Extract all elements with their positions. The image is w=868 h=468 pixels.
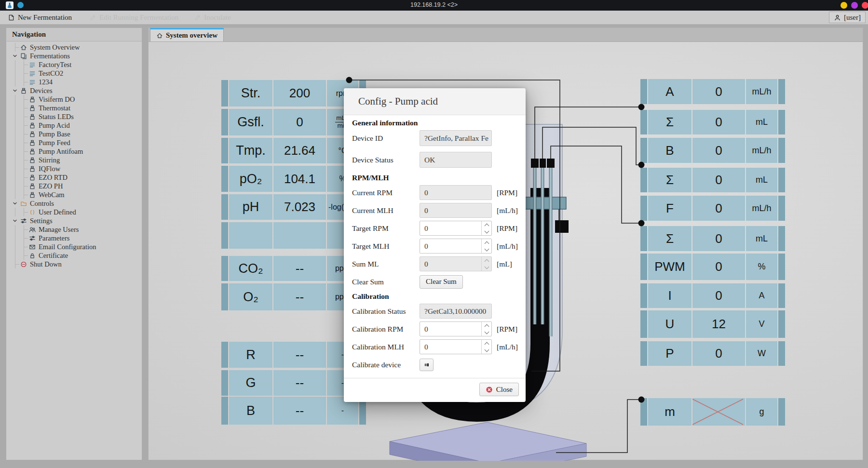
table-row-[interactable]: Σ0mL — [640, 110, 785, 134]
row-label: P — [648, 341, 692, 366]
spinner-control[interactable] — [481, 322, 491, 336]
nav-item-pump-feed[interactable]: Pump Feed — [6, 138, 142, 147]
nav-item-iqflow[interactable]: IQFlow — [6, 164, 142, 173]
nav-item-user-defined[interactable]: User Defined — [6, 208, 142, 216]
target-mlh-input[interactable] — [420, 239, 481, 253]
spinner-down-icon[interactable] — [484, 264, 489, 269]
chevron-down-icon[interactable] — [12, 53, 18, 59]
nav-item-certificate[interactable]: Certificate — [6, 251, 142, 260]
nav-item-ezo-ph[interactable]: EZO PH — [6, 182, 142, 190]
house-icon — [156, 32, 163, 39]
menu-label: Edit Running Fermentation — [99, 13, 178, 22]
nav-item-factorytest[interactable]: FactoryTest — [6, 60, 142, 69]
nav-item-controls[interactable]: Controls — [6, 199, 142, 208]
pages-icon — [20, 53, 27, 60]
table-row-p[interactable]: P0W — [640, 341, 785, 366]
nav-item-parameters[interactable]: Parameters — [6, 234, 142, 242]
menu-inoculate[interactable]: Inoculate — [189, 11, 236, 24]
chevron-down-icon[interactable] — [12, 218, 18, 224]
nav-item-label: EZO PH — [39, 182, 63, 190]
row-unit: mL/h — [746, 79, 777, 104]
spinner-control[interactable] — [481, 239, 491, 253]
nav-item-pump-antifoam[interactable]: Pump Antifoam — [6, 147, 142, 156]
row-value: 0 — [692, 196, 745, 221]
window-control-close[interactable] — [862, 2, 868, 9]
close-button[interactable]: Close — [479, 383, 519, 396]
menu-new-fermentation[interactable]: New Fermentation — [3, 11, 77, 24]
tree-guide — [11, 112, 20, 121]
nav-item-label: EZO RTD — [39, 174, 68, 182]
window-control-minimize[interactable] — [841, 2, 847, 9]
row-label: O₂ — [229, 283, 272, 310]
table-row-[interactable]: Σ0mL — [640, 226, 785, 251]
nav-item-label: Thermostat — [39, 104, 70, 112]
chevron-down-icon[interactable] — [12, 88, 18, 94]
user-menu-button[interactable]: [user] — [829, 12, 866, 23]
spinner-down-icon[interactable] — [484, 347, 489, 352]
nav-item-shut-down[interactable]: Shut Down — [6, 260, 142, 268]
row-accent-left — [640, 341, 647, 366]
row-label: A — [648, 79, 692, 104]
spinner-up-icon[interactable] — [484, 241, 489, 246]
row-accent-left — [221, 256, 228, 281]
window-control-maximize[interactable] — [851, 2, 858, 9]
table-row-[interactable]: Σ0mL — [640, 168, 785, 192]
spinner-up-icon[interactable] — [484, 259, 489, 264]
row-value: 21.64 — [273, 138, 326, 163]
spinner-up-icon[interactable] — [484, 342, 489, 347]
spinner-down-icon[interactable] — [484, 228, 489, 233]
nav-item-system-overview[interactable]: System Overview — [6, 43, 142, 52]
calibration-rpm-input[interactable] — [420, 322, 481, 336]
spinner-down-icon[interactable] — [484, 329, 489, 334]
nav-item-1234[interactable]: 1234 — [6, 78, 142, 86]
nav-item-label: Controls — [30, 200, 54, 208]
tree-guide — [11, 225, 20, 234]
table-row-u[interactable]: U12V — [640, 310, 785, 338]
nav-item-label: Pump Base — [39, 130, 70, 138]
row-value: 7.023 — [273, 194, 326, 220]
menu-edit-running-fermentation[interactable]: Edit Running Fermentation — [84, 11, 183, 24]
spinner-control[interactable] — [481, 340, 491, 354]
clear-sum-button[interactable]: Clear Sum — [420, 275, 463, 289]
spinner-down-icon[interactable] — [484, 246, 489, 251]
spinner-up-icon[interactable] — [484, 223, 489, 228]
spinner-control[interactable] — [481, 257, 491, 271]
table-row-m[interactable]: mg — [640, 398, 785, 426]
nav-item-pump-base[interactable]: Pump Base — [6, 130, 142, 138]
row-label: B — [229, 397, 272, 425]
nav-item-visiferm-do[interactable]: Visiferm DO — [6, 95, 142, 104]
row-value: 0 — [692, 283, 745, 308]
calibration-mlh-input[interactable] — [420, 340, 481, 354]
table-row-a[interactable]: A0mL/h — [640, 79, 785, 104]
row-label: Tmp. — [229, 138, 272, 163]
table-row-pwm[interactable]: PWM0% — [640, 254, 785, 280]
row-label: pO₂ — [229, 166, 272, 192]
nav-item-thermostat[interactable]: Thermostat — [6, 104, 142, 112]
spinner-control[interactable] — [481, 221, 491, 235]
tab-system-overview[interactable]: System overview — [150, 28, 224, 41]
row-accent-left — [640, 110, 647, 134]
nav-item-status-leds[interactable]: Status LEDs — [6, 112, 142, 121]
spinner-up-icon[interactable] — [484, 324, 489, 329]
nav-item-stirring[interactable]: Stirring — [6, 156, 142, 164]
calibrate-device-button[interactable] — [420, 359, 434, 371]
target-rpm-input[interactable] — [420, 221, 481, 235]
nav-item-label: Manage Users — [39, 226, 79, 234]
nav-item-fermentations[interactable]: Fermentations — [6, 52, 142, 60]
row-value: 12 — [692, 310, 745, 338]
nav-item-webcam[interactable]: WebCam — [6, 190, 142, 199]
table-row-b[interactable]: B0mL/h — [640, 138, 785, 163]
row-label: Σ — [648, 110, 692, 134]
table-row-f[interactable]: F0mL/h — [640, 196, 785, 221]
nav-item-label: Pump Feed — [39, 139, 70, 147]
nav-item-testco2[interactable]: TestCO2 — [6, 69, 142, 78]
chevron-down-icon[interactable] — [12, 201, 18, 206]
nav-item-ezo-rtd[interactable]: EZO RTD — [6, 173, 142, 182]
dialog-body: General informationDevice IDDevice Statu… — [344, 115, 526, 376]
nav-item-manage-users[interactable]: Manage Users — [6, 225, 142, 234]
nav-item-devices[interactable]: Devices — [6, 86, 142, 95]
nav-item-email-configuration[interactable]: Email Configuration — [6, 242, 142, 251]
nav-item-pump-acid[interactable]: Pump Acid — [6, 121, 142, 130]
nav-item-settings[interactable]: Settings — [6, 216, 142, 225]
table-row-i[interactable]: I0A — [640, 283, 785, 308]
